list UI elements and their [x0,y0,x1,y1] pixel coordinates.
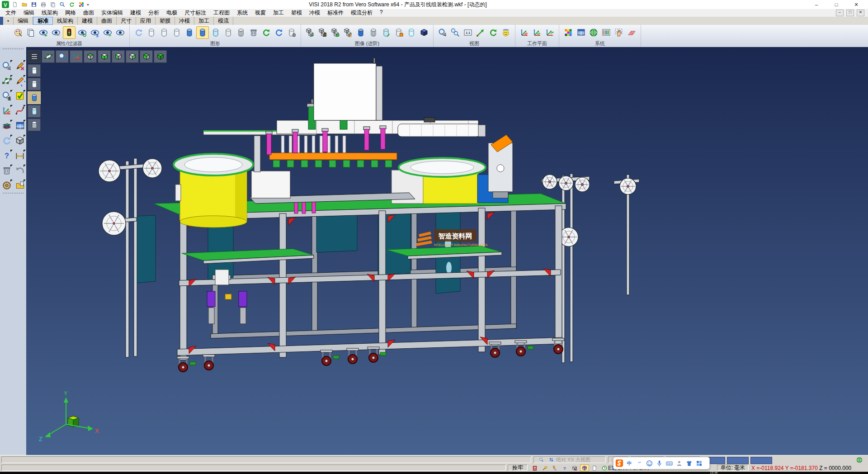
viewport-axes-icon[interactable] [70,50,83,63]
view-face-icon[interactable] [500,27,512,38]
zoom-tool-icon[interactable] [58,1,66,9]
ime-keyboard-icon[interactable] [665,458,674,468]
undo-icon[interactable] [14,165,26,176]
viewport-zoom-icon[interactable] [56,50,69,63]
workplane-standard-icon[interactable] [519,27,530,38]
copy-attributes-icon[interactable] [25,27,37,38]
save-file-icon[interactable] [30,1,38,9]
solids-icon[interactable] [14,135,26,147]
view-bottom-icon[interactable] [98,50,111,63]
filter-hide-icon[interactable]: − [50,27,62,38]
solid-tag-icon[interactable] [393,27,405,38]
system-config-icon[interactable] [588,27,599,38]
ime-toolbox-icon[interactable] [694,458,703,468]
workplane-icon[interactable] [1,105,13,117]
menu-item-17[interactable]: 模流分析 [347,9,376,17]
edit-delete-icon[interactable]: ✕ [14,60,26,72]
menu-item-0[interactable]: 文件 [2,9,20,17]
color-swatch-2[interactable] [750,457,772,464]
tape-reel[interactable] [575,177,590,192]
viewport-3d[interactable]: 智造资料网 INTELLIGENT MANUFACTURING DATA Y X… [26,47,868,455]
viewports-icon[interactable] [14,120,26,132]
layers-icon[interactable] [1,120,13,132]
help-icon[interactable]: ? [1,150,13,161]
measure-icon[interactable] [14,150,26,161]
tape-reel[interactable] [620,178,636,194]
web-globe-icon[interactable] [855,456,864,463]
ime-punctuation-icon[interactable]: °’ [635,458,644,468]
workplane-info-segment[interactable]: 绝对 YX 大视图 [533,456,606,463]
caster-wheel[interactable] [347,348,359,364]
zoom-solid-icon[interactable]: ± [1,90,13,102]
display-hidden-icon[interactable] [28,78,41,90]
tab-7[interactable]: 塑膜 [156,17,175,25]
notes-book-icon[interactable] [530,465,539,471]
dashed-hidden-view-icon[interactable] [171,27,183,38]
sogou-logo-icon[interactable] [615,458,624,468]
palette-drag-handle[interactable] [3,48,24,52]
menu-item-11[interactable]: 系统 [233,9,251,17]
new-file-icon[interactable] [11,1,19,9]
dynamic-rotate-icon[interactable] [487,27,499,38]
menu-item-2[interactable]: 线架构 [38,9,61,17]
hidden-line-view-icon[interactable] [158,27,170,38]
system-colors-icon[interactable] [562,27,574,38]
flat-view-icon[interactable] [222,27,234,38]
regen-icon[interactable] [1,135,13,147]
view-right-icon[interactable] [126,50,139,63]
dynamic-mode-icon[interactable] [580,465,589,471]
view-top-icon[interactable] [84,50,97,63]
menu-item-13[interactable]: 加工 [269,9,288,17]
ime-account-icon[interactable] [675,458,684,468]
system-table-icon[interactable] [600,27,612,38]
display-hatched-icon[interactable] [28,118,41,131]
context-help-icon[interactable]: ? [560,465,569,471]
display-translucent-icon[interactable] [28,105,41,118]
menu-item-3[interactable]: 网格 [61,9,80,17]
tab-10[interactable]: 模流 [214,17,233,25]
translucent-view-icon[interactable] [210,27,222,38]
mdi-minimize-button[interactable]: – [836,9,844,16]
workplane-entity-icon[interactable] [531,27,543,38]
tape-reel[interactable] [559,176,573,190]
ime-emoji-icon[interactable] [645,458,654,468]
tab-9[interactable]: 加工 [194,17,214,25]
wireframe-view-icon[interactable] [146,27,157,38]
grid-settings-icon[interactable] [626,27,637,38]
menu-item-12[interactable]: 视窗 [251,9,269,17]
graphics-options-icon[interactable] [286,27,297,38]
sogou-ime-bar[interactable]: 中°’ [613,457,710,469]
tape-reel[interactable] [102,212,126,235]
tape-reel[interactable] [99,160,120,182]
timer-icon[interactable] [600,465,609,471]
visi-app-icon[interactable]: V [2,1,9,8]
filter-show-icon[interactable]: + [38,27,49,38]
system-window-icon[interactable] [575,27,587,38]
minimize-button[interactable]: – [807,0,826,9]
purge-graphics-icon[interactable] [248,27,259,38]
mdi-close-button[interactable]: ✕ [857,9,864,16]
menu-item-4[interactable]: 曲面 [80,9,98,17]
tab-0[interactable]: 编辑 [14,17,33,25]
taskbar-strip[interactable]: 15:38 [0,472,868,474]
open-file-icon[interactable] [20,1,28,9]
machining-icon[interactable] [1,180,13,191]
clipboard-icon[interactable] [14,180,26,191]
solid-wire-icon[interactable] [406,27,417,38]
solid-verify-icon[interactable]: ✓ [380,27,392,38]
maximize-button[interactable]: □ [826,0,846,9]
view-left-icon[interactable] [112,50,125,63]
menu-item-8[interactable]: 电极 [163,9,181,17]
hatched-view-icon[interactable] [235,27,247,38]
menu-item-15[interactable]: 冲模 [306,9,324,17]
menu-item-16[interactable]: 标准件 [324,9,347,17]
regen-graphics-icon[interactable] [133,27,145,38]
units-segment[interactable]: 单位: 毫米 [717,465,749,471]
filter-toggle-icon[interactable]: ± [89,27,101,38]
hide-elements-icon[interactable]: − [114,27,126,38]
copy-icon[interactable] [49,1,57,9]
caster-wheel[interactable] [552,338,564,354]
ime-skin-icon[interactable] [684,458,693,468]
solid-toggle-icon[interactable]: ± [342,27,354,38]
menu-item-6[interactable]: 建模 [127,9,145,17]
